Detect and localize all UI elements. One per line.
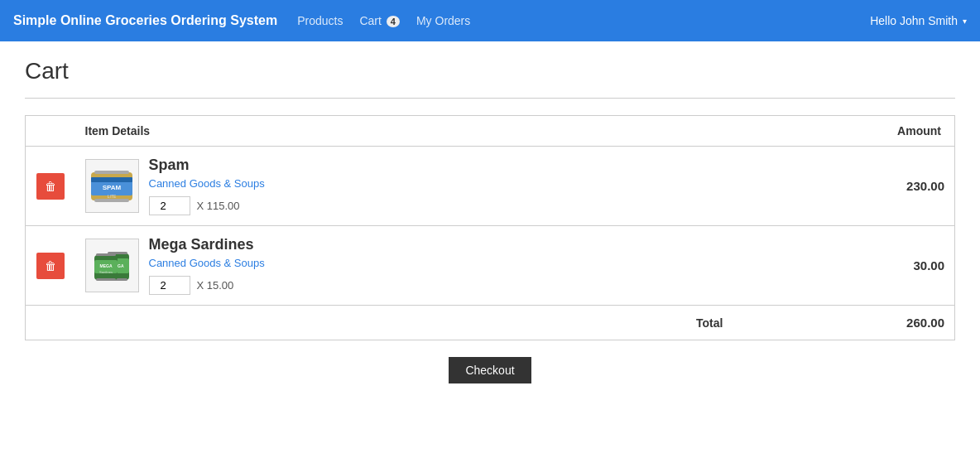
cart-table: Item Details Amount 🗑 [25, 115, 955, 340]
spam-image-svg: SPAM LITE [88, 162, 136, 210]
item-info-sardines: Mega Sardines Canned Goods & Soups X 15.… [149, 236, 723, 295]
item-details-spam: SPAM LITE Spam Canned Goods & Soups [85, 157, 723, 215]
qty-multiplier-sardines: X 15.00 [197, 279, 234, 292]
item-category-sardines: Canned Goods & Soups [149, 257, 723, 269]
chevron-down-icon: ▾ [963, 17, 967, 26]
item-name-sardines: Mega Sardines [149, 236, 723, 253]
item-image-spam: SPAM LITE [85, 159, 139, 213]
svg-rect-16 [96, 253, 116, 256]
item-image-sardines: MEGA MEGA Sardines [85, 239, 139, 292]
nav-links: Products Cart 4 My Orders [297, 14, 870, 27]
item-category-spam: Canned Goods & Soups [149, 177, 723, 190]
total-label-cell: Total [75, 306, 733, 340]
page-title: Cart [25, 58, 955, 84]
svg-text:MEGA: MEGA [100, 263, 113, 268]
delete-button-sardines[interactable]: 🗑 [36, 253, 65, 279]
divider [25, 98, 955, 99]
svg-rect-6 [94, 199, 129, 202]
checkout-wrapper: Checkout [25, 357, 955, 383]
checkout-button[interactable]: Checkout [449, 357, 531, 383]
delete-cell-spam: 🗑 [26, 147, 75, 226]
svg-text:Sardines: Sardines [99, 270, 113, 274]
table-header: Item Details Amount [26, 116, 955, 147]
table-row: 🗑 MEGA [26, 226, 955, 306]
svg-rect-5 [94, 171, 129, 174]
amount-cell-spam: 230.00 [733, 147, 954, 226]
navbar: Simple Online Groceries Ordering System … [0, 0, 980, 41]
cart-items: 🗑 SPAM LITE [26, 147, 955, 340]
sardines-image-svg: MEGA MEGA Sardines [88, 242, 136, 290]
total-row: Total 260.00 [26, 306, 955, 340]
table-row: 🗑 SPAM LITE [26, 147, 955, 226]
qty-input-sardines[interactable] [149, 276, 190, 295]
delete-button-spam[interactable]: 🗑 [36, 173, 65, 200]
item-info-spam: Spam Canned Goods & Soups X 115.00 [149, 157, 723, 215]
item-details-sardines: MEGA MEGA Sardines [85, 236, 723, 295]
qty-multiplier-spam: X 115.00 [197, 200, 240, 212]
cart-badge: 4 [387, 16, 400, 27]
qty-input-spam[interactable] [149, 196, 190, 215]
svg-text:LITE: LITE [108, 194, 117, 199]
item-cell-spam: SPAM LITE Spam Canned Goods & Soups [75, 147, 733, 226]
app-brand: Simple Online Groceries Ordering System [13, 13, 277, 28]
user-name: Hello John Smith [870, 14, 958, 27]
item-cell-sardines: MEGA MEGA Sardines [75, 226, 733, 306]
user-menu[interactable]: Hello John Smith ▾ [870, 14, 967, 27]
amount-cell-sardines: 30.00 [733, 226, 954, 306]
nav-cart[interactable]: Cart 4 [359, 14, 399, 27]
total-empty-cell [26, 306, 75, 340]
item-name-spam: Spam [149, 157, 723, 174]
svg-rect-2 [91, 177, 132, 182]
col-amount: Amount [733, 116, 954, 147]
nav-my-orders[interactable]: My Orders [416, 14, 470, 27]
nav-products[interactable]: Products [297, 14, 343, 27]
col-item-details: Item Details [75, 116, 733, 147]
svg-rect-17 [96, 278, 116, 281]
item-qty-row-spam: X 115.00 [149, 196, 723, 215]
delete-cell-sardines: 🗑 [26, 226, 75, 306]
page-content: Cart Item Details Amount 🗑 [0, 41, 980, 400]
item-qty-row-sardines: X 15.00 [149, 276, 723, 295]
svg-text:SPAM: SPAM [103, 184, 122, 191]
total-amount-cell: 260.00 [733, 306, 954, 340]
col-action [26, 116, 75, 147]
